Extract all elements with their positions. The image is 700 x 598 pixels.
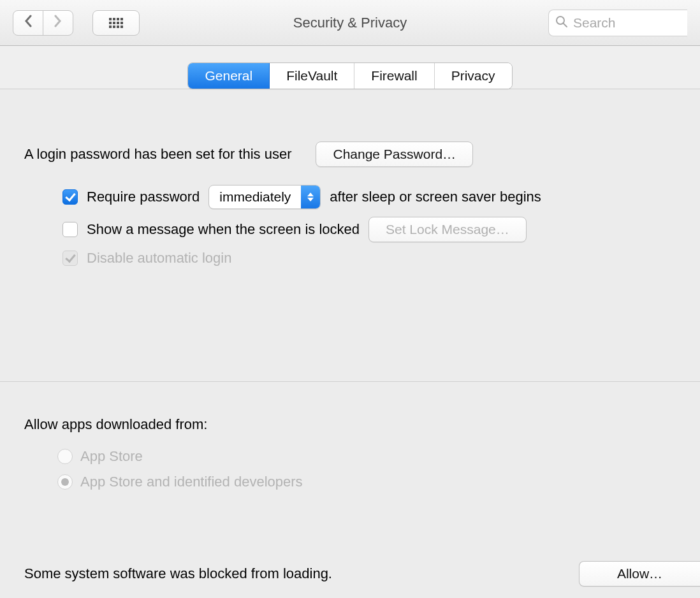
disable-auto-login-label: Disable automatic login [87,250,231,266]
require-password-row: Require password immediately after sleep… [62,185,676,209]
gatekeeper-section: Allow apps downloaded from: App Store Ap… [24,382,676,490]
search-field[interactable] [548,10,687,36]
lock-message-label: Show a message when the screen is locked [87,221,360,238]
updown-stepper-icon [301,186,320,208]
grid-icon [109,18,123,28]
require-password-pre-label: Require password [87,189,200,205]
disable-auto-login-checkbox [62,251,78,266]
tab-privacy[interactable]: Privacy [435,63,512,89]
require-password-post-label: after sleep or screen saver begins [330,189,541,205]
gatekeeper-option-appstore: App Store [57,448,676,465]
nav-buttons [13,10,73,36]
require-password-delay-value: immediately [209,189,301,205]
show-all-button[interactable] [92,10,140,36]
blocked-software-text: Some system software was blocked from lo… [24,565,332,582]
tab-general[interactable]: General [188,63,270,89]
tabs-area: General FileVault Firewall Privacy [0,46,700,89]
login-password-row: A login password has been set for this u… [24,142,676,167]
search-input[interactable] [573,15,681,31]
chevron-right-icon [54,15,62,31]
allow-button[interactable]: Allow… [579,561,700,587]
login-password-text: A login password has been set for this u… [24,146,291,163]
lock-message-checkbox[interactable] [62,222,78,237]
general-pane: A login password has been set for this u… [0,89,700,490]
svg-line-1 [564,24,567,27]
tab-filevault[interactable]: FileVault [270,63,354,89]
radio-identified [57,474,73,490]
require-password-delay-select[interactable]: immediately [208,185,321,209]
toolbar: Security & Privacy [0,0,700,46]
svg-point-0 [557,17,564,24]
blocked-software-row: Some system software was blocked from lo… [24,561,700,587]
set-lock-message-button: Set Lock Message… [368,217,527,242]
require-password-checkbox[interactable] [62,189,78,205]
tab-bar: General FileVault Firewall Privacy [187,62,512,89]
radio-identified-label: App Store and identified developers [80,474,303,490]
radio-appstore-label: App Store [80,448,143,465]
chevron-left-icon [24,15,33,31]
change-password-button[interactable]: Change Password… [316,142,473,167]
lock-message-row: Show a message when the screen is locked… [62,217,676,242]
gatekeeper-option-identified: App Store and identified developers [57,474,676,490]
radio-appstore [57,449,73,464]
disable-auto-login-row: Disable automatic login [62,250,676,266]
tab-firewall[interactable]: Firewall [354,63,434,89]
back-button[interactable] [13,10,43,36]
gatekeeper-heading: Allow apps downloaded from: [24,416,676,433]
forward-button[interactable] [43,10,73,36]
search-icon [555,15,568,30]
